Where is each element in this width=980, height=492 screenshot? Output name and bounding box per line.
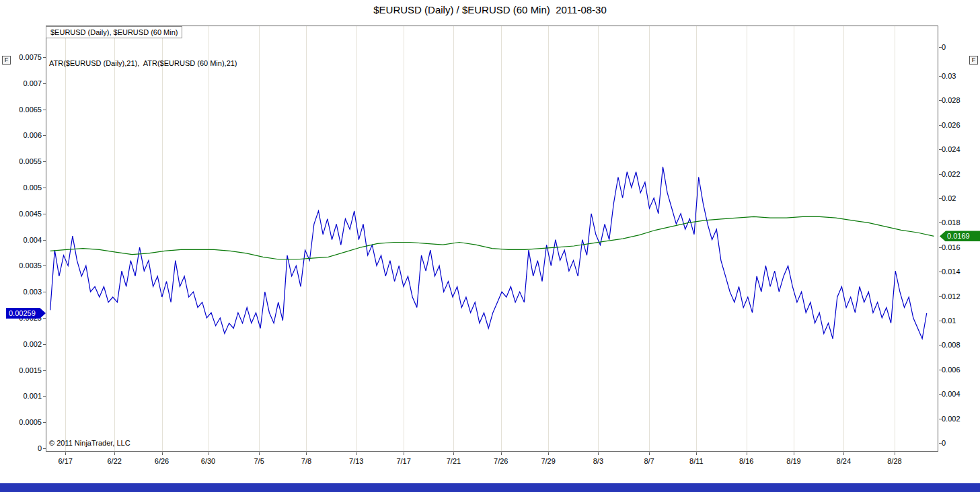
x-axis-tick-label: 8/3	[581, 457, 615, 465]
left-axis-tick-label: 0.0015	[0, 366, 42, 375]
left-axis-tick	[43, 214, 46, 214]
left-axis-tick-label: 0.0035	[0, 261, 42, 270]
right-axis-tick	[939, 443, 942, 444]
blue-price-value: 0.00259	[9, 309, 36, 317]
x-axis-tick-label: 7/17	[387, 457, 420, 465]
left-axis-tick-label: 0.0065	[0, 106, 42, 114]
left-axis-tick-label: 0.005	[0, 183, 42, 192]
right-axis-tick-label: 0.004	[942, 390, 979, 399]
left-axis-tick-label: 0.001	[0, 392, 42, 401]
x-axis-tick	[843, 452, 844, 455]
right-axis-tick-label: 0.002	[942, 415, 979, 423]
x-axis-tick	[548, 452, 549, 455]
x-axis-tick-label: 8/16	[730, 457, 763, 465]
x-axis-tick	[162, 452, 163, 455]
right-axis-tick-label: 0.028	[942, 96, 979, 105]
left-axis-tick	[43, 396, 46, 397]
x-axis-tick-label: 7/26	[484, 457, 518, 465]
left-axis-tick-label: 0.003	[0, 288, 42, 296]
indicator-panel-label: ATR($EURUSD (Daily),21), ATR($EURUSD (60…	[49, 59, 237, 67]
left-axis-tick	[43, 265, 46, 266]
x-axis-tick	[696, 452, 697, 455]
left-axis-tick	[43, 422, 46, 423]
x-axis-tick-label: 7/21	[437, 457, 470, 465]
left-axis-tick-label: 0.006	[0, 131, 42, 140]
panel-focus-button-left[interactable]: F	[2, 56, 11, 65]
x-axis-tick-label: 8/19	[777, 457, 811, 465]
right-axis-tick	[939, 125, 942, 126]
x-axis-tick	[306, 452, 307, 455]
right-axis-tick-label: 0.016	[942, 243, 979, 252]
left-axis-tick	[43, 135, 46, 136]
right-axis-tick	[939, 76, 942, 77]
price-panel-axis-tick	[939, 47, 942, 48]
plot-area[interactable]	[46, 26, 938, 452]
right-axis-tick	[939, 345, 942, 345]
right-axis-tick-label: 0.022	[942, 170, 979, 179]
right-axis-tick-label: 0.008	[942, 341, 979, 350]
right-axis-tick	[939, 100, 942, 101]
price-panel-axis-label: 0	[942, 43, 979, 52]
left-axis-tick-label: 0.0045	[0, 210, 42, 218]
right-axis-tick-label: 0.012	[942, 292, 979, 301]
right-axis-tick-label: 0.018	[942, 218, 979, 227]
chart-title: $EURUSD (Daily) / $EURUSD (60 Min) 2011-…	[0, 4, 980, 15]
bottom-bar	[0, 483, 980, 492]
x-axis-tick	[209, 452, 209, 455]
x-axis-tick-label: 6/30	[192, 457, 225, 465]
x-axis-tick-label: 6/26	[145, 457, 179, 465]
x-axis-tick	[895, 452, 895, 455]
x-axis-tick	[453, 452, 454, 455]
left-axis-tick	[43, 344, 46, 345]
left-axis-tick-label: 0.0005	[0, 418, 42, 427]
price-panel-label: $EURUSD (Daily), $EURUSD (60 Min)	[46, 26, 182, 38]
x-axis-tick-label: 8/24	[827, 457, 860, 465]
left-axis-tick	[43, 57, 46, 58]
right-axis-tick	[939, 370, 942, 370]
x-axis-tick	[356, 452, 357, 455]
x-axis-tick-label: 6/22	[98, 457, 131, 465]
copyright-text: © 2011 NinjaTrader, LLC	[49, 439, 130, 447]
left-axis-tick	[43, 292, 46, 292]
x-axis-tick-label: 8/28	[878, 457, 911, 465]
left-axis-tick	[43, 240, 46, 241]
left-axis-tick-label: 0.002	[0, 340, 42, 349]
x-axis-tick-label: 7/8	[289, 457, 323, 465]
x-axis-tick-label: 8/7	[632, 457, 666, 465]
panel-focus-button-right[interactable]: F	[969, 56, 978, 65]
ninjatrader-chart-window: $EURUSD (Daily) / $EURUSD (60 Min) 2011-…	[0, 0, 980, 492]
x-axis-tick-label: 7/29	[531, 457, 565, 465]
x-axis-tick	[649, 452, 650, 455]
left-axis-tick	[43, 318, 46, 319]
atr-daily-line	[50, 216, 934, 259]
left-axis-tick-label: 0.004	[0, 236, 42, 245]
x-axis-tick	[794, 452, 794, 455]
blue-price-marker: 0.00259	[6, 308, 46, 319]
atr-60min-line	[50, 167, 927, 339]
x-axis-tick-label: 8/11	[679, 457, 713, 465]
green-price-value: 0.0169	[947, 232, 970, 240]
left-axis-tick-label: 0	[0, 444, 42, 453]
right-axis-tick-label: 0.01	[942, 317, 979, 325]
right-axis-tick	[939, 174, 942, 175]
right-axis-tick	[939, 272, 942, 272]
left-axis-tick	[43, 370, 46, 371]
right-axis-tick	[939, 198, 942, 199]
left-axis-tick-label: 0.0055	[0, 157, 42, 166]
right-axis-tick-label: 0.03	[942, 72, 979, 81]
left-axis-tick	[43, 110, 46, 110]
right-axis-tick	[939, 394, 942, 395]
x-axis-tick	[65, 452, 66, 455]
x-axis-tick	[404, 452, 404, 455]
x-axis-tick	[259, 452, 260, 455]
x-axis-tick	[747, 452, 747, 455]
right-axis-tick-label: 0.02	[942, 194, 979, 203]
right-axis-tick-label: 0.014	[942, 268, 979, 276]
x-axis-tick-label: 6/17	[48, 457, 82, 465]
left-axis-tick	[43, 188, 46, 188]
x-axis-tick-label: 7/13	[340, 457, 373, 465]
right-axis-tick	[939, 149, 942, 150]
left-axis-tick	[43, 83, 46, 84]
right-axis-tick-label: 0.006	[942, 366, 979, 374]
left-axis-tick-label: 0.007	[0, 79, 42, 88]
